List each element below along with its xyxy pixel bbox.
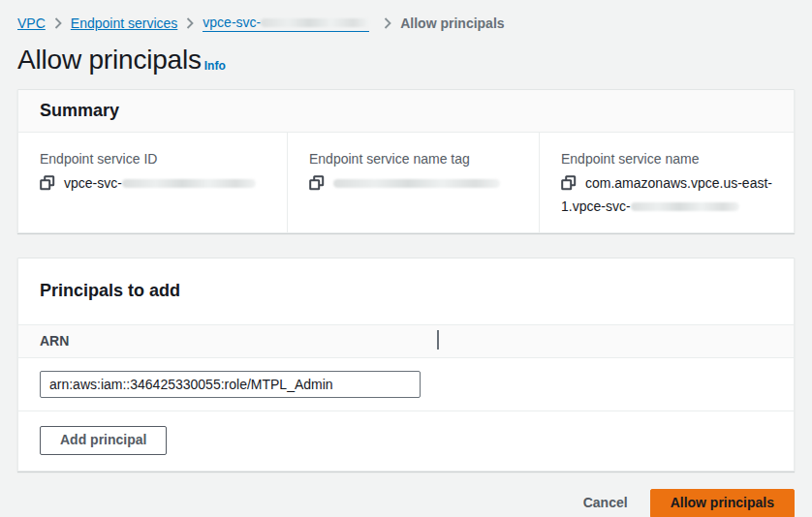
add-principal-button[interactable]: Add principal [40,426,167,455]
summary-card: Summary Endpoint service ID vpce-svc- En… [17,89,795,233]
breadcrumb: VPC Endpoint services vpce-svc- Allow pr… [17,0,795,32]
allow-principals-button[interactable]: Allow principals [650,489,795,517]
summary-field-endpoint-service-name: Endpoint service name com.amazonaws.vpce… [539,133,794,232]
footer-actions: Cancel Allow principals [17,489,795,517]
principals-to-add-card: Principals to add ARN Add principal [17,258,795,471]
add-principal-row: Add principal [18,411,794,471]
field-value [309,173,517,197]
summary-card-header: Summary [18,90,794,133]
redacted-text [122,179,256,188]
page-title-row: Allow principals Info [17,45,795,76]
arn-input-row [18,358,794,411]
summary-title: Summary [40,101,772,121]
field-label: Endpoint service ID [40,151,265,167]
copy-icon[interactable] [561,175,577,197]
arn-input[interactable] [40,371,421,398]
field-label: Endpoint service name [561,151,772,167]
breadcrumb-service-id-prefix: vpce-svc- [203,15,261,30]
field-value: vpce-svc- [40,173,265,197]
copy-icon[interactable] [40,175,55,197]
principals-card-header: Principals to add [18,258,794,324]
arn-table-header-row: ARN [18,324,794,358]
info-link[interactable]: Info [204,59,226,73]
field-value: com.amazonaws.vpce.us-east-1.vpce-svc- [561,173,772,217]
summary-body: Endpoint service ID vpce-svc- Endpoint s… [18,133,794,232]
breadcrumb-vpc[interactable]: VPC [17,15,46,31]
page-title: Allow principals [17,45,202,76]
summary-field-endpoint-service-name-tag: Endpoint service name tag [287,133,539,232]
copy-icon[interactable] [309,175,325,197]
arn-column-header: ARN [40,333,69,349]
summary-field-endpoint-service-id: Endpoint service ID vpce-svc- [18,133,287,232]
field-label: Endpoint service name tag [309,151,517,167]
breadcrumb-current: Allow principals [400,15,504,31]
redacted-text [261,18,369,27]
principals-title: Principals to add [40,281,772,301]
allow-principals-page: VPC Endpoint services vpce-svc- Allow pr… [0,0,812,517]
chevron-right-icon [186,17,194,29]
value-prefix: vpce-svc- [64,175,122,191]
breadcrumb-endpoint-services[interactable]: Endpoint services [71,15,178,31]
chevron-right-icon [54,17,62,29]
redacted-text [631,202,739,211]
column-resize-handle[interactable] [437,330,439,350]
breadcrumb-endpoint-service-id[interactable]: vpce-svc- [203,15,369,32]
cancel-button[interactable]: Cancel [578,489,633,517]
chevron-right-icon [384,17,391,29]
redacted-text [333,179,500,188]
